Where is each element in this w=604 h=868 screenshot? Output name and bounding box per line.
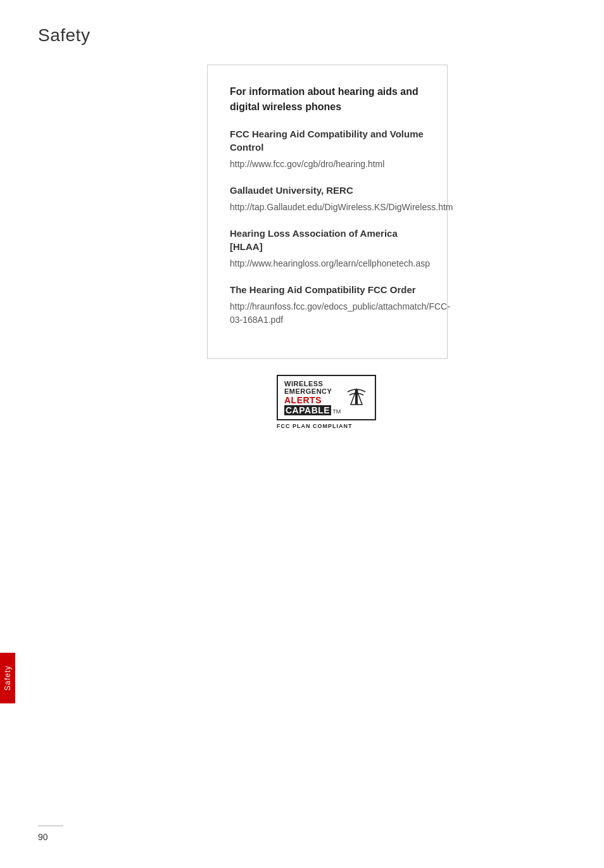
fcc-compliant-label: FCC PLAN COMPLIANT [277,423,378,429]
badge-alerts-text: ALERTS [284,395,341,405]
page-title: Safety [0,0,604,65]
badge-tm: TM [332,408,341,415]
gallaudet-url: http://tap.Gallaudet.edu/DigWireless.KS/… [230,201,425,214]
hlaa-section: Hearing Loss Association of America [HLA… [230,227,425,270]
badge-wireless-text: WIRELESS [284,380,341,387]
info-box: For information about hearing aids and d… [207,65,448,359]
svg-point-2 [355,389,358,393]
fcc-url: http://www.fcc.gov/cgb/dro/hearing.html [230,158,425,171]
page-number: 90 [38,832,48,842]
hearing-aid-order-url: http://hraunfoss.fcc.gov/edocs_public/at… [230,300,425,327]
fcc-section: FCC Hearing Aid Compatibility and Volume… [230,127,425,171]
hlaa-url: http://www.hearingloss.org/learn/cellpho… [230,257,425,270]
page-divider [38,826,63,826]
hearing-aid-order-section: The Hearing Aid Compatibility FCC Order … [230,283,425,327]
gallaudet-heading: Gallaudet University, RERC [230,184,425,197]
intro-text: For information about hearing aids and d… [230,84,425,115]
hearing-aid-order-heading: The Hearing Aid Compatibility FCC Order [230,283,425,296]
fcc-heading: FCC Hearing Aid Compatibility and Volume… [230,127,425,154]
badge-capable-text: CAPABLE [284,405,331,415]
wireless-emergency-badge: WIRELESS EMERGENCY ALERTS CAPABLE TM [277,375,378,429]
hlaa-heading: Hearing Loss Association of America [HLA… [230,227,425,253]
wireless-tower-icon [344,386,368,410]
badge-emergency-text: EMERGENCY [284,387,341,395]
gallaudet-section: Gallaudet University, RERC http://tap.Ga… [230,184,425,214]
page-number-area: 90 [38,826,63,843]
side-safety-label: Safety [0,653,15,703]
